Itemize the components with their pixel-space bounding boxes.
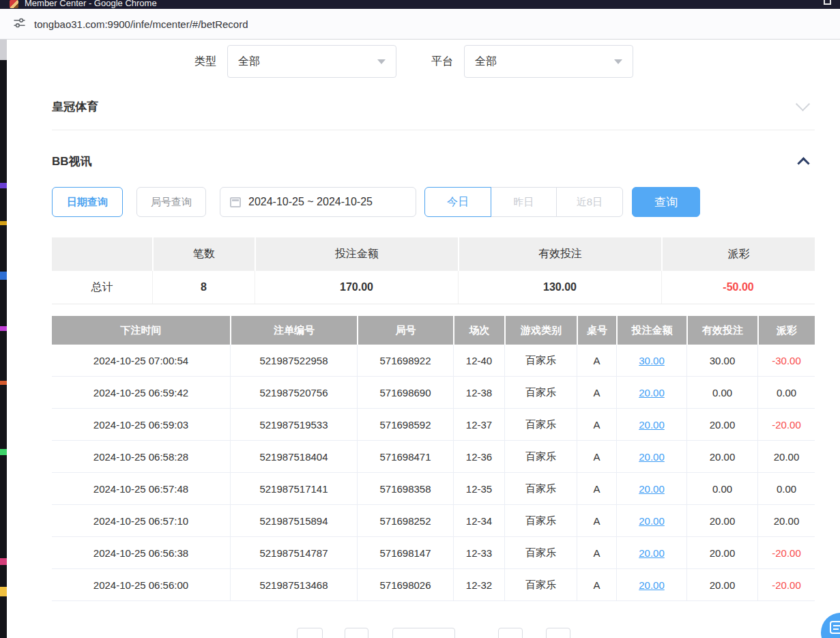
summary-header-bet-amount: 投注金额 [255, 237, 458, 271]
pagination-page-select[interactable] [392, 628, 455, 638]
date-query-tab-button[interactable]: 日期查询 [52, 187, 123, 217]
summary-total-row: 总计 8 170.00 130.00 -50.00 [52, 271, 815, 304]
cell-bet-amount-link[interactable]: 20.00 [616, 537, 686, 568]
cell-payout: -20.00 [757, 537, 815, 568]
pagination-button-2[interactable] [345, 628, 368, 638]
platform-filter-value: 全部 [475, 55, 497, 69]
cell-session: 12-36 [453, 441, 504, 472]
query-toolbar: 日期查询 局号查询 2024-10-25 ~ 2024-10-25 今日 昨日 … [52, 187, 700, 217]
summary-header-empty [52, 237, 152, 271]
cell-valid-bet: 20.00 [686, 537, 757, 568]
cell-session: 12-37 [453, 409, 504, 440]
customer-service-fab[interactable] [821, 613, 840, 638]
cell-bet-amount-link[interactable]: 20.00 [616, 409, 686, 440]
cell-bet-amount-link[interactable]: 20.00 [616, 569, 686, 600]
bet-table-header-row: 下注时间 注单编号 局号 场次 游戏类别 桌号 投注金额 有效投注 派彩 [52, 316, 815, 345]
filter-bar: 类型 全部 平台 全部 [194, 45, 633, 78]
yesterday-button[interactable]: 昨日 [491, 187, 557, 217]
cell-bet-time: 2024-10-25 06:57:10 [52, 505, 230, 536]
cell-session: 12-40 [453, 345, 504, 376]
cell-game-type: 百家乐 [504, 473, 577, 504]
date-range-input[interactable]: 2024-10-25 ~ 2024-10-25 [220, 187, 416, 217]
header-table-number: 桌号 [577, 316, 616, 345]
cell-session: 12-35 [453, 473, 504, 504]
summary-payout-value: -50.00 [661, 271, 815, 304]
summary-header-payout: 派彩 [661, 237, 815, 271]
cell-valid-bet: 20.00 [686, 441, 757, 472]
type-filter-select[interactable]: 全部 [227, 45, 396, 78]
pagination-button-3[interactable] [498, 628, 523, 638]
cell-payout: 0.00 [757, 473, 815, 504]
chevron-down-icon[interactable] [796, 97, 810, 111]
cell-payout: -30.00 [757, 345, 815, 376]
section-divider [52, 130, 815, 130]
table-row: 2024-10-25 06:56:00 521987513468 5716980… [52, 569, 815, 601]
section-title: BB视讯 [52, 154, 92, 169]
chevron-down-icon [614, 59, 622, 64]
header-payout: 派彩 [757, 316, 815, 345]
section-title: 皇冠体育 [52, 99, 98, 115]
today-button[interactable]: 今日 [424, 187, 491, 217]
platform-filter-label: 平台 [431, 55, 453, 69]
cell-payout: -20.00 [757, 409, 815, 440]
cell-bet-amount-link[interactable]: 30.00 [616, 345, 686, 376]
summary-header-count: 笔数 [152, 237, 255, 271]
cell-table-number: A [577, 409, 616, 440]
header-bet-amount: 投注金额 [616, 316, 686, 345]
window-titlebar: Member Center - Google Chrome [0, 0, 840, 9]
calendar-icon [230, 197, 241, 207]
cell-table-number: A [577, 345, 616, 376]
pagination-button-4[interactable] [546, 628, 570, 638]
cell-valid-bet: 0.00 [686, 377, 757, 408]
site-settings-icon[interactable] [14, 17, 25, 31]
table-row: 2024-10-25 06:59:42 521987520756 5716986… [52, 377, 815, 409]
cell-bet-time: 2024-10-25 06:57:48 [52, 473, 230, 504]
browser-window: Member Center - Google Chrome tongbao31.… [0, 0, 840, 638]
window-title: Member Center - Google Chrome [25, 0, 157, 8]
cell-table-number: A [577, 473, 616, 504]
platform-filter-select[interactable]: 全部 [464, 45, 633, 78]
table-row: 2024-10-25 07:00:54 521987522958 5716989… [52, 345, 815, 377]
maximize-button[interactable] [824, 0, 831, 5]
cell-bet-amount-link[interactable]: 20.00 [616, 473, 686, 504]
pagination-button-1[interactable] [297, 628, 323, 638]
cell-bet-id: 521987518404 [230, 441, 357, 472]
last-8-days-button[interactable]: 近8日 [556, 187, 623, 217]
search-button[interactable]: 查询 [632, 187, 700, 217]
type-filter-value: 全部 [238, 55, 260, 69]
cell-bet-id: 521987513468 [230, 569, 357, 600]
date-range-value: 2024-10-25 ~ 2024-10-25 [248, 196, 373, 208]
cell-table-number: A [577, 377, 616, 408]
cell-round-number: 571698690 [357, 377, 453, 408]
round-query-tab-button[interactable]: 局号查询 [136, 187, 206, 217]
cell-valid-bet: 20.00 [686, 569, 757, 600]
cell-game-type: 百家乐 [504, 537, 577, 568]
cell-bet-time: 2024-10-25 06:58:28 [52, 441, 230, 472]
cell-bet-amount-link[interactable]: 20.00 [616, 377, 686, 408]
cell-payout: 0.00 [757, 377, 815, 408]
cell-session: 12-38 [453, 377, 504, 408]
cell-bet-id: 521987517141 [230, 473, 357, 504]
cell-table-number: A [577, 569, 616, 600]
cell-table-number: A [577, 537, 616, 568]
table-row: 2024-10-25 06:59:03 521987519533 5716985… [52, 409, 815, 441]
cell-session: 12-32 [453, 569, 504, 600]
background-window-strip [0, 40, 7, 638]
cell-bet-amount-link[interactable]: 20.00 [616, 441, 686, 472]
cell-bet-amount-link[interactable]: 20.00 [616, 505, 686, 536]
cell-round-number: 571698922 [357, 345, 453, 376]
section-crown-sports[interactable]: 皇冠体育 [52, 97, 815, 116]
chevron-up-icon[interactable] [797, 157, 809, 169]
cell-bet-id: 521987519533 [230, 409, 357, 440]
cell-payout: -20.00 [757, 569, 815, 600]
cell-bet-time: 2024-10-25 06:56:38 [52, 537, 230, 568]
url-omnibox[interactable]: tongbao31.com:9900/infe/mcenter/#/betRec… [34, 18, 248, 30]
cell-game-type: 百家乐 [504, 569, 577, 600]
cell-session: 12-33 [453, 537, 504, 568]
cell-game-type: 百家乐 [504, 505, 577, 536]
section-bb-video[interactable]: BB视讯 [52, 151, 815, 171]
header-round-number: 局号 [357, 316, 453, 345]
summary-table: 笔数 投注金额 有效投注 派彩 总计 8 170.00 130.00 -50.0… [52, 237, 815, 304]
cell-bet-time: 2024-10-25 06:59:42 [52, 377, 230, 408]
cell-table-number: A [577, 441, 616, 472]
